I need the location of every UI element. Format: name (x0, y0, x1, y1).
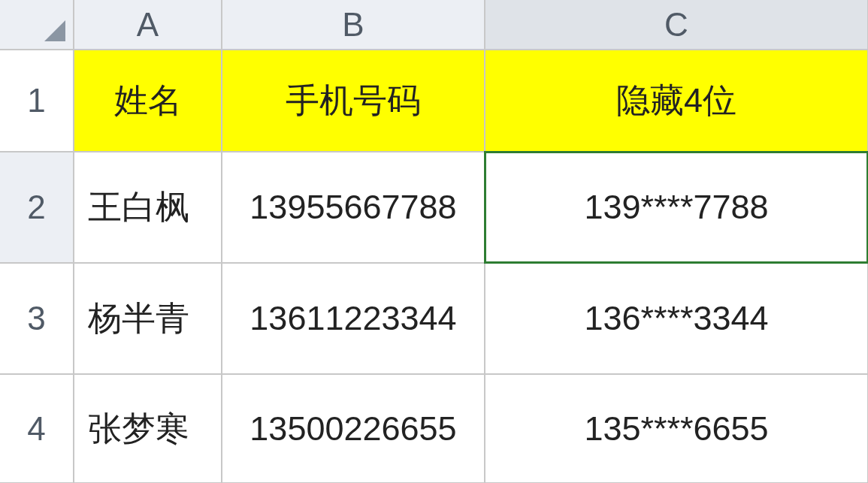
column-header-A[interactable]: A (74, 0, 222, 50)
cell-A4[interactable]: 张梦寒 (74, 374, 222, 483)
cell-B1[interactable]: 手机号码 (222, 50, 485, 152)
cell-C4[interactable]: 135****6655 (485, 374, 868, 483)
row-header-2[interactable]: 2 (0, 152, 74, 263)
column-header-B[interactable]: B (222, 0, 485, 50)
row-header-4[interactable]: 4 (0, 374, 74, 483)
select-all-corner[interactable] (0, 0, 74, 50)
cell-C2[interactable]: 139****7788 (485, 152, 868, 263)
row-header-3[interactable]: 3 (0, 263, 74, 374)
cell-B4[interactable]: 13500226655 (222, 374, 485, 483)
cell-A1[interactable]: 姓名 (74, 50, 222, 152)
cell-C1[interactable]: 隐藏4位 (485, 50, 868, 152)
column-header-C[interactable]: C (485, 0, 868, 50)
cell-B3[interactable]: 13611223344 (222, 263, 485, 374)
spreadsheet-grid: A B C 1 姓名 手机号码 隐藏4位 2 王白枫 13955667788 1… (0, 0, 868, 483)
cell-A3[interactable]: 杨半青 (74, 263, 222, 374)
cell-C3[interactable]: 136****3344 (485, 263, 868, 374)
cell-B2[interactable]: 13955667788 (222, 152, 485, 263)
cell-A2[interactable]: 王白枫 (74, 152, 222, 263)
row-header-1[interactable]: 1 (0, 50, 74, 152)
